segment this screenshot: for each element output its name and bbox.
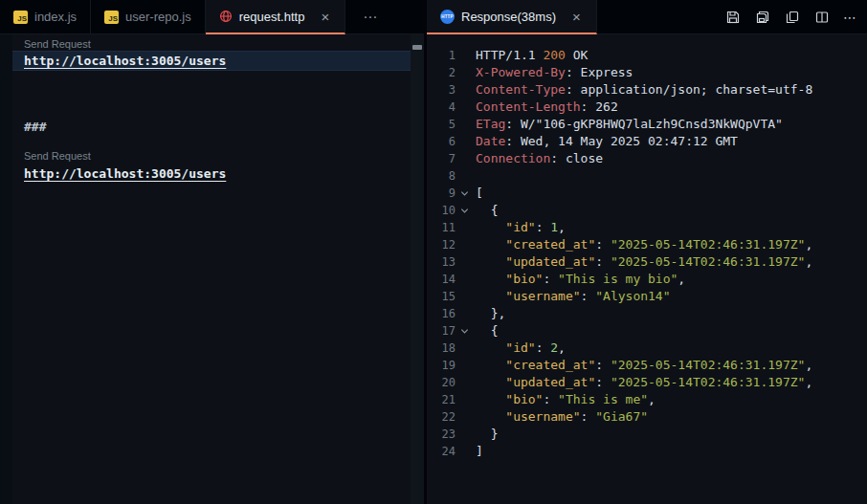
- response-line[interactable]: 15 "username": "Alyson14": [427, 288, 867, 305]
- line-number: 5: [427, 116, 456, 133]
- line-number: 19: [427, 357, 456, 374]
- response-line[interactable]: 2X-Powered-By: Express: [427, 64, 867, 81]
- fold-chevron-icon[interactable]: [456, 202, 474, 219]
- fold-gutter: [456, 426, 474, 443]
- line-number: 14: [427, 271, 456, 288]
- response-line[interactable]: 19 "created_at": "2025-05-14T02:46:31.19…: [427, 357, 867, 374]
- fold-gutter: [456, 288, 474, 305]
- line-number: 6: [427, 133, 456, 150]
- globe-icon: [219, 10, 233, 23]
- response-line[interactable]: 23 }: [427, 426, 867, 443]
- line-number: 10: [427, 202, 456, 219]
- response-line[interactable]: 5ETag: W/"106-gKP8HWQ7laLzh9Cnsd3NkWQpVT…: [427, 116, 867, 133]
- response-line[interactable]: 22 "username": "Gia67": [427, 408, 867, 426]
- scrollbar-track[interactable]: [411, 34, 424, 504]
- response-line[interactable]: 12 "created_at": "2025-05-14T02:46:31.19…: [427, 236, 867, 253]
- tab-user-repo-js[interactable]: JS user-repo.js: [91, 0, 206, 33]
- response-line[interactable]: 6Date: Wed, 14 May 2025 02:47:12 GMT: [427, 133, 867, 150]
- request-url-link-2[interactable]: http://localhost:3005/users: [24, 166, 226, 181]
- request-url-link-1[interactable]: http://localhost:3005/users: [24, 54, 226, 68]
- split-editor-icon[interactable]: [813, 9, 831, 26]
- line-number: 9: [427, 185, 456, 202]
- code-text: {: [476, 202, 498, 219]
- javascript-file-icon: JS: [13, 11, 28, 24]
- http-response-icon: HTTP: [440, 10, 455, 24]
- response-line[interactable]: 21 "bio": "This is me",: [427, 391, 867, 408]
- fold-gutter: [456, 99, 474, 116]
- tab-index-js[interactable]: JS index.js: [0, 0, 91, 33]
- code-text: Content-Type: application/json; charset=…: [476, 81, 812, 99]
- response-line[interactable]: 14 "bio": "This is my bio",: [427, 271, 867, 288]
- fold-gutter: [456, 167, 474, 185]
- line-number: 18: [427, 340, 456, 357]
- fold-gutter: [456, 236, 474, 253]
- tab-overflow-button[interactable]: ⋯: [355, 6, 385, 29]
- code-text: "created_at": "2025-05-14T02:46:31.197Z"…: [476, 357, 812, 374]
- request-separator[interactable]: ###: [24, 120, 46, 134]
- line-number: 3: [427, 81, 456, 99]
- response-line[interactable]: 8: [427, 167, 867, 185]
- fold-gutter: [456, 340, 474, 357]
- request-editor[interactable]: Send Request http://localhost:3005/users…: [0, 34, 424, 504]
- line-number: 13: [427, 253, 456, 271]
- send-request-codelens-2[interactable]: Send Request: [24, 150, 91, 162]
- more-actions-icon[interactable]: ⋯: [843, 10, 857, 25]
- response-line[interactable]: 7Connection: close: [427, 150, 867, 167]
- fold-gutter: [456, 443, 474, 460]
- fold-chevron-icon[interactable]: [456, 322, 474, 340]
- response-line[interactable]: 24]: [427, 443, 867, 460]
- response-line[interactable]: 4Content-Length: 262: [427, 99, 867, 116]
- response-line[interactable]: 3Content-Type: application/json; charset…: [427, 81, 867, 99]
- fold-gutter: [456, 116, 474, 133]
- save-response-icon[interactable]: [724, 9, 742, 26]
- save-response-body-icon[interactable]: [754, 9, 771, 26]
- scrollbar-thumb[interactable]: [412, 45, 422, 50]
- editor-gutter: [0, 34, 12, 504]
- tab-label: request.http: [239, 10, 305, 24]
- line-number: 2: [427, 64, 456, 81]
- fold-gutter: [456, 374, 474, 391]
- fold-gutter: [456, 81, 474, 99]
- copy-response-icon[interactable]: [784, 9, 801, 26]
- fold-gutter: [456, 47, 474, 64]
- response-line[interactable]: 18 "id": 2,: [427, 340, 867, 357]
- code-text: ]: [476, 443, 483, 460]
- code-text: "username": "Alyson14": [476, 288, 671, 305]
- right-tab-bar: HTTP Response(38ms) ×: [427, 0, 867, 34]
- fold-gutter: [456, 305, 474, 322]
- tab-label: Response(38ms): [461, 10, 556, 24]
- fold-chevron-icon[interactable]: [456, 185, 474, 202]
- response-line[interactable]: 17 {: [427, 322, 867, 340]
- editor-group-request: JS index.js JS user-repo.js request.http…: [0, 0, 424, 504]
- code-text: HTTP/1.1 200 OK: [476, 47, 588, 64]
- response-line[interactable]: 10 {: [427, 202, 867, 219]
- close-icon[interactable]: ×: [570, 10, 583, 24]
- response-line[interactable]: 20 "updated_at": "2025-05-14T02:46:31.19…: [427, 374, 867, 391]
- code-text: "id": 2,: [476, 340, 566, 357]
- response-line[interactable]: 11 "id": 1,: [427, 219, 867, 236]
- line-number: 16: [427, 305, 456, 322]
- tab-response[interactable]: HTTP Response(38ms) ×: [427, 0, 597, 34]
- close-icon[interactable]: ×: [319, 10, 331, 24]
- editor-group-response: HTTP Response(38ms) ×: [427, 0, 867, 504]
- response-line[interactable]: 9[: [427, 185, 867, 202]
- response-line[interactable]: 13 "updated_at": "2025-05-14T02:46:31.19…: [427, 253, 867, 271]
- vscode-window: JS index.js JS user-repo.js request.http…: [0, 0, 867, 504]
- response-code[interactable]: 1HTTP/1.1 200 OK2X-Powered-By: Express3C…: [427, 34, 867, 460]
- left-tab-bar: JS index.js JS user-repo.js request.http…: [0, 0, 424, 34]
- request-url-line-2[interactable]: http://localhost:3005/users: [12, 164, 411, 184]
- editor-actions: ⋯: [724, 0, 867, 33]
- tab-request-http[interactable]: request.http ×: [206, 0, 345, 34]
- code-text: "created_at": "2025-05-14T02:46:31.197Z"…: [476, 236, 812, 253]
- code-text: [: [476, 185, 483, 202]
- fold-gutter: [456, 64, 474, 81]
- send-request-codelens-1[interactable]: Send Request: [24, 38, 91, 50]
- code-text: },: [476, 305, 505, 322]
- response-line[interactable]: 1HTTP/1.1 200 OK: [427, 47, 867, 64]
- line-number: 1: [427, 47, 456, 64]
- response-line[interactable]: 16 },: [427, 305, 867, 322]
- code-text: "username": "Gia67": [476, 408, 648, 426]
- line-number: 21: [427, 391, 456, 408]
- request-url-line-1[interactable]: http://localhost:3005/users: [12, 51, 411, 71]
- javascript-file-icon: JS: [104, 11, 119, 24]
